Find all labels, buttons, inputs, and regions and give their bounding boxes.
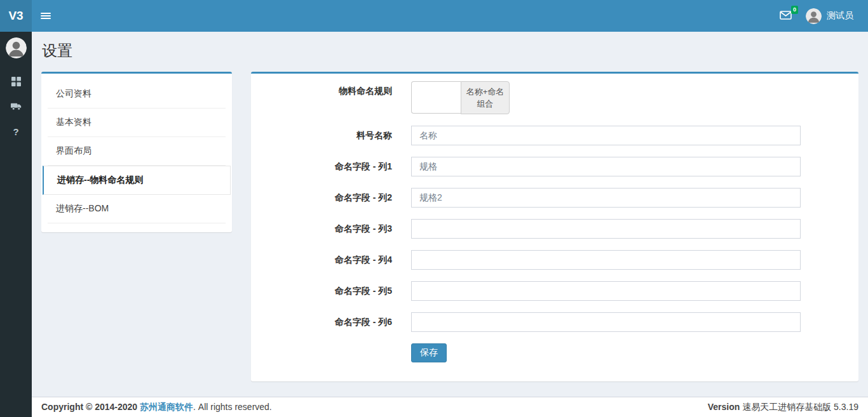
help-icon: ? xyxy=(13,126,18,137)
menu-item-bom[interactable]: 进销存--BOM xyxy=(48,195,226,223)
form-row-naming-field-3: 命名字段 - 列3 xyxy=(251,219,858,239)
footer-copyright-prefix: Copyright © 2014-2020 xyxy=(41,402,137,412)
menu-item-ui-layout[interactable]: 界面布局 xyxy=(48,137,226,166)
form-row-naming-field-6: 命名字段 - 列6 xyxy=(251,312,858,332)
settings-menu-list: 公司资料 基本资料 界面布局 进销存--物料命名规则 进销存--BOM xyxy=(41,74,232,232)
main-footer: Copyright © 2014-2020 苏州通商软件. All rights… xyxy=(32,397,868,417)
sidebar-toggle-button[interactable] xyxy=(32,0,60,32)
main-header: V3 0 xyxy=(0,0,868,32)
form-row-naming-field-4: 命名字段 - 列4 xyxy=(251,250,858,270)
save-row: 保存 xyxy=(411,343,858,362)
naming-rule-addon: 名称+命名组合 xyxy=(461,81,510,114)
footer-version-text: 速易天工进销存基础版 5.3.19 xyxy=(742,402,858,412)
user-avatar xyxy=(806,8,822,24)
sidebar-item-logistics[interactable] xyxy=(0,95,32,119)
naming-field-3-label: 命名字段 - 列3 xyxy=(251,219,411,239)
hamburger-icon xyxy=(41,11,51,20)
footer-copyright-suffix: . All rights reserved. xyxy=(193,402,272,412)
footer-version: Version 速易天工进销存基础版 5.3.19 xyxy=(708,402,858,413)
naming-field-5-label: 命名字段 - 列5 xyxy=(251,281,411,301)
form-row-naming-field-2: 命名字段 - 列2 xyxy=(251,188,858,208)
naming-field-6-label: 命名字段 - 列6 xyxy=(251,312,411,332)
naming-rule-addon-line1: 名称+命名 xyxy=(466,87,505,96)
naming-field-4-input[interactable] xyxy=(411,250,801,270)
naming-rule-addon-line2: 组合 xyxy=(477,99,494,109)
menu-item-basic-info[interactable]: 基本资料 xyxy=(48,109,226,137)
form-row-part-name: 料号名称 xyxy=(251,126,858,145)
naming-rule-form: 物料命名规则 名称+命名组合 料号名称 命名字段 - 列1 xyxy=(251,74,858,381)
naming-field-5-input[interactable] xyxy=(411,281,801,301)
navbar-right: 0 测试员 xyxy=(771,0,868,32)
form-row-naming-field-1: 命名字段 - 列1 xyxy=(251,157,858,176)
save-button[interactable]: 保存 xyxy=(411,343,447,362)
naming-field-1-label: 命名字段 - 列1 xyxy=(251,157,411,176)
app-logo-text: V3 xyxy=(8,9,23,23)
menu-item-material-naming-rule[interactable]: 进销存--物料命名规则 xyxy=(43,166,231,195)
settings-form-panel: 物料命名规则 名称+命名组合 料号名称 命名字段 - 列1 xyxy=(251,72,858,381)
user-name: 测试员 xyxy=(827,10,853,22)
envelope-icon xyxy=(780,11,792,22)
naming-field-2-label: 命名字段 - 列2 xyxy=(251,188,411,208)
footer-copyright: Copyright © 2014-2020 苏州通商软件. All rights… xyxy=(41,402,272,413)
naming-rule-input-group: 名称+命名组合 xyxy=(411,81,510,114)
grid-icon xyxy=(11,77,21,88)
naming-rule-input[interactable] xyxy=(411,81,461,114)
footer-version-label: Version xyxy=(708,402,740,412)
content-wrapper: 设置 公司资料 基本资料 界面布局 进销存--物料命名规则 进销存--BOM 物… xyxy=(32,32,868,397)
sidebar-item-dashboard[interactable] xyxy=(0,70,32,95)
messages-badge: 0 xyxy=(791,6,798,14)
naming-rule-label: 物料命名规则 xyxy=(251,81,411,114)
sidebar-item-help[interactable]: ? xyxy=(0,119,32,144)
naming-rule-control: 名称+命名组合 xyxy=(411,81,801,114)
naming-field-3-input[interactable] xyxy=(411,219,801,239)
app-logo[interactable]: V3 xyxy=(0,0,32,32)
form-row-naming-field-5: 命名字段 - 列5 xyxy=(251,281,858,301)
page-title: 设置 xyxy=(42,41,858,61)
footer-company-link[interactable]: 苏州通商软件 xyxy=(140,402,193,412)
messages-menu[interactable]: 0 xyxy=(771,0,801,32)
settings-menu-panel: 公司资料 基本资料 界面布局 进销存--物料命名规则 进销存--BOM xyxy=(41,72,232,232)
user-menu[interactable]: 测试员 xyxy=(801,0,858,32)
naming-field-4-label: 命名字段 - 列4 xyxy=(251,250,411,270)
sidebar-user-avatar[interactable] xyxy=(6,37,27,58)
part-name-label: 料号名称 xyxy=(251,126,411,145)
truck-icon xyxy=(11,102,22,112)
naming-field-2-input[interactable] xyxy=(411,188,801,208)
form-row-naming-rule: 物料命名规则 名称+命名组合 xyxy=(251,81,858,114)
naming-field-6-input[interactable] xyxy=(411,312,801,332)
naming-field-1-input[interactable] xyxy=(411,157,801,176)
main-sidebar: ? xyxy=(0,32,32,417)
part-name-input[interactable] xyxy=(411,126,801,145)
menu-item-company-info[interactable]: 公司资料 xyxy=(48,80,226,109)
top-navbar: 0 测试员 xyxy=(32,0,868,32)
